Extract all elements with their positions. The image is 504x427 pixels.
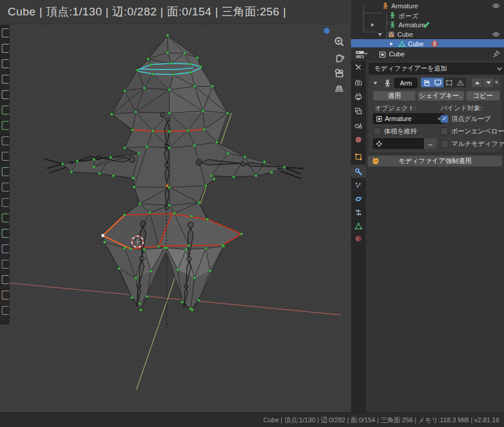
mesh-vertex[interactable] [216, 141, 218, 144]
mesh-vertex[interactable] [123, 146, 126, 149]
mesh-vertex[interactable] [191, 308, 193, 311]
tool-icon-partial[interactable] [2, 306, 9, 315]
mesh-vertex[interactable] [123, 90, 126, 92]
tool-icon-partial[interactable] [2, 136, 9, 145]
apply-as-shapekey-button[interactable]: シェイプキー.. [417, 91, 464, 101]
3d-viewport[interactable] [0, 24, 351, 412]
tab-physics[interactable] [351, 192, 366, 205]
zoom-icon[interactable] [333, 36, 346, 49]
mesh-vertex[interactable] [197, 201, 200, 203]
mesh-vertex[interactable] [143, 87, 145, 89]
display-cage-toggle[interactable] [455, 78, 466, 87]
mesh-vertex[interactable] [170, 62, 172, 65]
mesh-vertex[interactable] [158, 245, 160, 247]
mesh-vertex[interactable] [149, 270, 152, 272]
tab-constraints[interactable] [351, 206, 366, 219]
tool-icon-partial[interactable] [2, 90, 9, 99]
mesh-vertex[interactable] [61, 162, 63, 165]
mesh-vertex[interactable] [211, 85, 213, 87]
mesh-vertex[interactable] [147, 58, 149, 60]
tool-icon-partial[interactable] [2, 244, 9, 253]
mesh-vertex[interactable] [263, 161, 266, 163]
mesh-vertex[interactable] [110, 113, 113, 116]
mesh-vertex[interactable] [151, 130, 154, 132]
vertex-group-field[interactable] [373, 138, 430, 149]
mesh-vertex[interactable] [130, 297, 133, 299]
outliner-row-armature-object[interactable]: Armature [351, 1, 504, 11]
mesh-vertex[interactable] [76, 160, 78, 162]
mesh-vertex[interactable] [244, 155, 246, 158]
tool-icon-partial[interactable] [2, 152, 9, 161]
mesh-vertex[interactable] [205, 247, 207, 250]
mesh-vertex[interactable] [270, 171, 273, 174]
vertex-groups-checkbox[interactable]: ✓ 頂点グループ [441, 114, 491, 123]
tool-icon-partial[interactable] [2, 260, 9, 269]
mesh-vertex[interactable] [199, 65, 202, 68]
mesh-vertex[interactable] [172, 74, 174, 76]
mesh-vertex[interactable] [165, 247, 168, 249]
apply-button[interactable]: 適用 [373, 91, 416, 101]
mesh-vertex[interactable] [227, 152, 229, 154]
collapse-arrow-icon[interactable] [378, 33, 382, 36]
mesh-vertex[interactable] [190, 215, 193, 217]
mesh-vertex[interactable] [193, 277, 196, 279]
mesh-vertex[interactable] [226, 112, 228, 114]
move-down-button[interactable] [483, 78, 494, 88]
mesh-vertex[interactable] [129, 248, 132, 250]
tool-icon-partial[interactable] [2, 59, 9, 68]
display-realtime-toggle[interactable] [432, 78, 444, 87]
outliner-row-cube-object[interactable]: Cube [351, 30, 504, 39]
mesh-vertex[interactable] [206, 218, 209, 221]
mesh-vertex[interactable] [143, 248, 145, 251]
armature-object-field[interactable]: Armature × [373, 113, 444, 124]
add-modifier-dropdown[interactable]: モディファイアーを追加 [369, 63, 504, 74]
mesh-vertex[interactable] [181, 301, 183, 303]
mesh-vertex[interactable] [103, 241, 106, 243]
mesh-vertex[interactable] [112, 174, 114, 177]
mesh-vertex[interactable] [92, 158, 95, 161]
mesh-vertex[interactable] [240, 232, 243, 235]
mesh-vertex[interactable] [136, 69, 139, 71]
mesh-vertex[interactable] [139, 202, 141, 205]
display-render-toggle[interactable] [421, 78, 432, 87]
mesh-vertex[interactable] [203, 128, 206, 130]
mesh-vertex[interactable] [193, 85, 196, 87]
mesh-vertex[interactable] [185, 248, 187, 251]
mesh-vertex[interactable] [138, 152, 140, 154]
force-apply-modifier-button[interactable]: モディファイア強制適用 [368, 155, 502, 167]
mesh-vertex[interactable] [71, 171, 73, 173]
modifier-close-icon[interactable]: × [495, 78, 499, 87]
outliner-row-armature-data[interactable]: Armature [351, 20, 504, 30]
mesh-vertex[interactable] [167, 34, 169, 37]
mesh-vertex[interactable] [210, 174, 212, 177]
mesh-vertex[interactable] [197, 299, 200, 301]
bone-envelopes-checkbox[interactable]: ボーンエンベロープ [441, 127, 504, 136]
mesh-vertex[interactable] [190, 71, 192, 74]
mesh-vertex[interactable] [232, 176, 235, 178]
mesh-vertex[interactable] [135, 277, 137, 279]
mesh-vertex[interactable] [131, 129, 133, 131]
mesh-vertex[interactable] [167, 52, 169, 54]
mesh-vertex[interactable] [196, 56, 199, 59]
preserve-volume-checkbox[interactable]: 体積を維持 [374, 127, 417, 136]
tool-icon-partial[interactable] [2, 183, 9, 192]
mesh-vertex[interactable] [92, 165, 95, 168]
tool-icon-partial[interactable] [2, 106, 9, 114]
pan-hand-icon[interactable] [333, 51, 346, 64]
tab-modifiers[interactable] [351, 165, 366, 178]
tab-tool[interactable] [351, 60, 366, 74]
tool-icon-partial[interactable] [2, 75, 9, 84]
mesh-vertex[interactable] [118, 267, 120, 270]
mesh-vertex[interactable] [209, 269, 211, 272]
mesh-vertex[interactable] [146, 295, 148, 298]
tool-icon-partial[interactable] [2, 167, 9, 176]
invert-vertex-group-button[interactable]: ↔ [424, 138, 437, 149]
mesh-vertex[interactable] [187, 129, 189, 132]
visibility-eye-icon[interactable] [492, 3, 500, 9]
tab-object-data[interactable] [351, 219, 366, 232]
mesh-vertex[interactable] [110, 156, 112, 158]
mesh-vertex[interactable] [173, 212, 176, 214]
mesh-vertex[interactable] [222, 245, 225, 247]
tab-render[interactable] [351, 76, 366, 89]
expand-arrow-icon[interactable] [371, 23, 374, 27]
